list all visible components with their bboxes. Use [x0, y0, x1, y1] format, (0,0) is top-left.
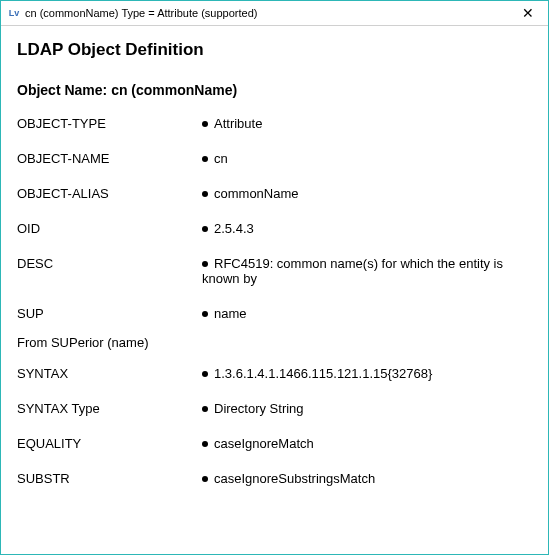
- row-value: name: [202, 306, 532, 321]
- bullet-icon: [202, 191, 208, 197]
- page-title: LDAP Object Definition: [17, 40, 532, 60]
- superior-note: From SUPerior (name): [17, 335, 532, 350]
- row-label: OBJECT-NAME: [17, 151, 202, 166]
- definition-row: SYNTAX Type Directory String: [17, 401, 532, 416]
- row-value-text: commonName: [214, 186, 299, 201]
- definition-row: SYNTAX 1.3.6.1.4.1.1466.115.121.1.15{327…: [17, 366, 532, 381]
- definition-row: SUBSTR caseIgnoreSubstringsMatch: [17, 471, 532, 486]
- bullet-icon: [202, 226, 208, 232]
- row-value: RFC4519: common name(s) for which the en…: [202, 256, 532, 286]
- close-button[interactable]: ✕: [508, 1, 548, 25]
- bullet-icon: [202, 261, 208, 267]
- row-value-text: Directory String: [214, 401, 304, 416]
- row-value-text: caseIgnoreSubstringsMatch: [214, 471, 375, 486]
- row-value-text: caseIgnoreMatch: [214, 436, 314, 451]
- app-icon: Lv: [7, 6, 21, 20]
- definition-row: EQUALITY caseIgnoreMatch: [17, 436, 532, 451]
- bullet-icon: [202, 156, 208, 162]
- row-label: OBJECT-TYPE: [17, 116, 202, 131]
- row-label: SUBSTR: [17, 471, 202, 486]
- row-value: 1.3.6.1.4.1.1466.115.121.1.15{32768}: [202, 366, 532, 381]
- definition-row: DESC RFC4519: common name(s) for which t…: [17, 256, 532, 286]
- bullet-icon: [202, 371, 208, 377]
- row-value: cn: [202, 151, 532, 166]
- row-label: OBJECT-ALIAS: [17, 186, 202, 201]
- bullet-icon: [202, 311, 208, 317]
- definition-row: SUP name: [17, 306, 532, 321]
- row-value-text: cn: [214, 151, 228, 166]
- row-value-text: Attribute: [214, 116, 262, 131]
- row-label: OID: [17, 221, 202, 236]
- bullet-icon: [202, 121, 208, 127]
- object-name-title: Object Name: cn (commonName): [17, 82, 532, 98]
- definition-row: OBJECT-ALIAS commonName: [17, 186, 532, 201]
- row-value-text: 1.3.6.1.4.1.1466.115.121.1.15{32768}: [214, 366, 432, 381]
- row-label: EQUALITY: [17, 436, 202, 451]
- row-value-text: name: [214, 306, 247, 321]
- row-value-text: 2.5.4.3: [214, 221, 254, 236]
- row-value: commonName: [202, 186, 532, 201]
- row-label: DESC: [17, 256, 202, 271]
- row-value: caseIgnoreSubstringsMatch: [202, 471, 532, 486]
- bullet-icon: [202, 441, 208, 447]
- window-title: cn (commonName) Type = Attribute (suppor…: [25, 7, 508, 19]
- row-value: caseIgnoreMatch: [202, 436, 532, 451]
- row-label: SYNTAX: [17, 366, 202, 381]
- definition-row: OID 2.5.4.3: [17, 221, 532, 236]
- row-value: Attribute: [202, 116, 532, 131]
- bullet-icon: [202, 476, 208, 482]
- row-value-text: RFC4519: common name(s) for which the en…: [202, 256, 503, 286]
- definition-row: OBJECT-NAME cn: [17, 151, 532, 166]
- row-label: SYNTAX Type: [17, 401, 202, 416]
- titlebar: Lv cn (commonName) Type = Attribute (sup…: [1, 1, 548, 26]
- content-area: LDAP Object Definition Object Name: cn (…: [1, 26, 548, 520]
- definition-row: OBJECT-TYPE Attribute: [17, 116, 532, 131]
- row-value: Directory String: [202, 401, 532, 416]
- row-label: SUP: [17, 306, 202, 321]
- row-value: 2.5.4.3: [202, 221, 532, 236]
- bullet-icon: [202, 406, 208, 412]
